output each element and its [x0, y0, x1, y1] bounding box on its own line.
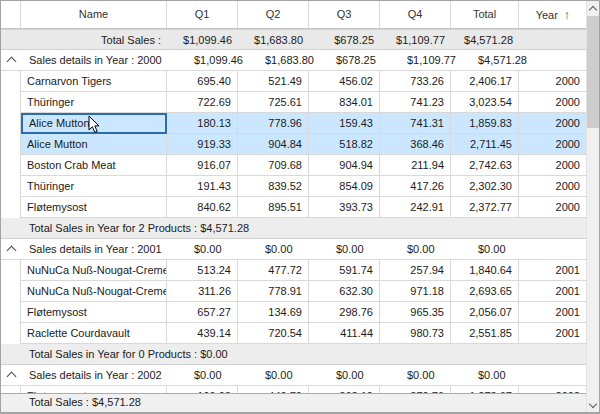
cell-year[interactable]: 2000 — [519, 113, 587, 134]
cell-q4[interactable]: 417.26 — [380, 176, 451, 197]
cell-q4[interactable]: 257.94 — [380, 260, 451, 281]
scroll-up-button[interactable] — [587, 1, 599, 16]
cell-year[interactable]: 2000 — [519, 176, 587, 197]
cell-q3[interactable]: 834.01 — [309, 92, 380, 113]
cell-q1[interactable]: 722.69 — [167, 92, 238, 113]
cell-q4[interactable]: 965.35 — [380, 302, 451, 323]
table-row[interactable]: Fløtemysost 657.27 134.69 298.76 965.35 … — [1, 302, 587, 323]
collapse-group-button[interactable] — [1, 239, 21, 259]
cell-q2[interactable]: 134.69 — [238, 302, 309, 323]
cell-year[interactable]: 2001 — [519, 281, 587, 302]
cell-total[interactable]: 2,551.85 — [451, 323, 519, 344]
cell-q2[interactable]: 709.68 — [238, 155, 309, 176]
cell-q3[interactable]: 298.76 — [309, 302, 380, 323]
cell-year[interactable]: 2000 — [519, 71, 587, 92]
group-caption-2001[interactable]: Sales details in Year : 2001 $0.00 $0.00… — [1, 239, 587, 260]
cell-q2[interactable]: 895.51 — [238, 197, 309, 218]
cell-name[interactable]: Fløtemysost — [21, 302, 167, 323]
table-row[interactable]: Thüringer 722.69 725.61 834.01 741.23 3,… — [1, 92, 587, 113]
cell-q1[interactable]: 919.33 — [167, 134, 238, 155]
cell-year[interactable]: 2000 — [519, 134, 587, 155]
sort-ascending-icon[interactable]: ↑ — [564, 1, 571, 28]
column-header-q1[interactable]: Q1 — [167, 1, 238, 28]
cell-total[interactable]: 1,859.83 — [451, 113, 519, 134]
cell-q4[interactable]: 741.31 — [380, 113, 451, 134]
cell-q1[interactable]: 513.24 — [167, 260, 238, 281]
cell-q1[interactable]: 840.62 — [167, 197, 238, 218]
cell-q2[interactable]: 477.72 — [238, 260, 309, 281]
cell-q1[interactable]: 916.07 — [167, 155, 238, 176]
cell-name[interactable]: Carnarvon Tigers — [21, 71, 167, 92]
table-row[interactable]: Carnarvon Tigers 695.40 521.49 456.02 73… — [1, 71, 587, 92]
cell-year[interactable]: 2000 — [519, 92, 587, 113]
vertical-scrollbar[interactable] — [586, 1, 599, 412]
cell-q4[interactable]: 971.18 — [380, 281, 451, 302]
cell-total[interactable]: 2,302.30 — [451, 176, 519, 197]
table-row[interactable]: Raclette Courdavault 439.14 720.54 411.4… — [1, 323, 587, 344]
scroll-down-button[interactable] — [587, 397, 599, 412]
cell-total[interactable]: 2,406.17 — [451, 71, 519, 92]
cell-q4[interactable]: 980.73 — [380, 323, 451, 344]
cell-q3[interactable]: 904.94 — [309, 155, 380, 176]
cell-q3[interactable]: 518.82 — [309, 134, 380, 155]
column-header-year[interactable]: Year↑ — [519, 1, 587, 28]
cell-q1[interactable]: 657.27 — [167, 302, 238, 323]
cell-q1[interactable]: 439.14 — [167, 323, 238, 344]
cell-name[interactable]: NuNuCa Nuß-Nougat-Creme — [21, 260, 167, 281]
cell-q3[interactable]: 632.30 — [309, 281, 380, 302]
cell-total[interactable]: 2,742.63 — [451, 155, 519, 176]
column-header-total[interactable]: Total — [451, 1, 519, 28]
cell-name[interactable]: Boston Crab Meat — [21, 155, 167, 176]
cell-q4[interactable]: 242.91 — [380, 197, 451, 218]
table-row[interactable]: Boston Crab Meat 916.07 709.68 904.94 21… — [1, 155, 587, 176]
cell-q4[interactable]: 733.26 — [380, 71, 451, 92]
cell-year[interactable]: 2000 — [519, 155, 587, 176]
cell-total[interactable]: 1,840.64 — [451, 260, 519, 281]
cell-total[interactable]: 2,711.45 — [451, 134, 519, 155]
cell-q3[interactable]: 159.43 — [309, 113, 380, 134]
cell-name[interactable]: Fløtemysost — [21, 197, 167, 218]
cell-total[interactable]: 2,056.07 — [451, 302, 519, 323]
cell-q2[interactable]: 904.84 — [238, 134, 309, 155]
group-caption-2002[interactable]: Sales details in Year : 2002 $0.00 $0.00… — [1, 365, 587, 386]
cell-year[interactable]: 2001 — [519, 302, 587, 323]
collapse-group-button[interactable] — [1, 365, 21, 385]
cell-total[interactable]: 2,372.77 — [451, 197, 519, 218]
column-header-q2[interactable]: Q2 — [238, 1, 309, 28]
cell-q4[interactable]: 741.23 — [380, 92, 451, 113]
cell-name[interactable]: Thüringer — [21, 176, 167, 197]
column-header-q4[interactable]: Q4 — [380, 1, 451, 28]
group-caption-2000[interactable]: Sales details in Year : 2000 $1,099.46 $… — [1, 50, 587, 71]
cell-name[interactable]: Raclette Courdavault — [21, 323, 167, 344]
table-row[interactable]: Fløtemysost 840.62 895.51 393.73 242.91 … — [1, 197, 587, 218]
cell-q3[interactable]: 854.09 — [309, 176, 380, 197]
cell-q1[interactable]: 311.26 — [167, 281, 238, 302]
cell-name[interactable]: NuNuCa Nuß-Nougat-Creme — [21, 281, 167, 302]
cell-total[interactable]: 2,693.65 — [451, 281, 519, 302]
scrollbar-thumb[interactable] — [587, 16, 599, 128]
column-header-q3[interactable]: Q3 — [309, 1, 380, 28]
cell-year[interactable]: 2001 — [519, 323, 587, 344]
cell-q2[interactable]: 725.61 — [238, 92, 309, 113]
cell-q1[interactable]: 695.40 — [167, 71, 238, 92]
cell-q4[interactable]: 211.94 — [380, 155, 451, 176]
table-row-selected[interactable]: Alice Mutton 180.13 778.96 159.43 741.31… — [1, 113, 587, 134]
column-header-name[interactable]: Name — [21, 1, 167, 28]
cell-q2[interactable]: 839.52 — [238, 176, 309, 197]
cell-q2[interactable]: 778.96 — [238, 113, 309, 134]
cell-q3[interactable]: 456.02 — [309, 71, 380, 92]
cell-q1[interactable]: 180.13 — [167, 113, 238, 134]
collapse-group-button[interactable] — [1, 50, 21, 70]
cell-year[interactable]: 2001 — [519, 260, 587, 281]
table-row[interactable]: NuNuCa Nuß-Nougat-Creme 513.24 477.72 59… — [1, 260, 587, 281]
cell-q2[interactable]: 778.91 — [238, 281, 309, 302]
table-row[interactable]: NuNuCa Nuß-Nougat-Creme 311.26 778.91 63… — [1, 281, 587, 302]
cell-q2[interactable]: 521.49 — [238, 71, 309, 92]
cell-q4[interactable]: 368.46 — [380, 134, 451, 155]
cell-name-focused[interactable]: Alice Mutton — [21, 113, 167, 134]
cell-name[interactable]: Thüringer — [21, 92, 167, 113]
cell-name[interactable]: Alice Mutton — [21, 134, 167, 155]
cell-q3[interactable]: 393.73 — [309, 197, 380, 218]
cell-year[interactable]: 2000 — [519, 197, 587, 218]
cell-q2[interactable]: 720.54 — [238, 323, 309, 344]
